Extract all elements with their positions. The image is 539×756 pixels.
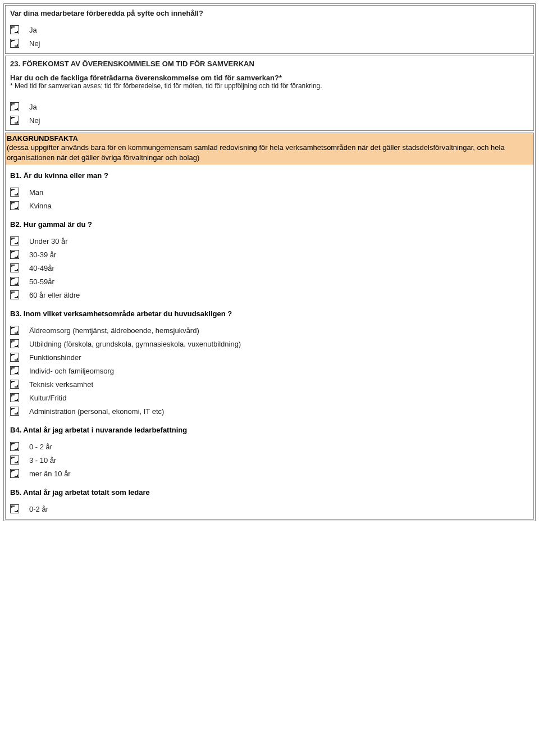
option-label: Administration (personal, ekonomi, IT et… xyxy=(29,407,164,416)
radio-icon xyxy=(10,277,19,286)
radio-icon xyxy=(10,326,19,335)
question-prepared: Var dina medarbetare förberedda på syfte… xyxy=(5,5,534,54)
option-ja[interactable]: Ja xyxy=(10,102,529,111)
question-23: 23. FÖREKOMST AV ÖVERENSKOMMELSE OM TID … xyxy=(5,56,534,131)
bakgrund-desc: (dessa uppgifter används bara för en kom… xyxy=(7,143,532,162)
option-3-10[interactable]: 3 - 10 år xyxy=(10,456,529,464)
option-mer-10[interactable]: mer än 10 år xyxy=(10,469,529,478)
option-40-49[interactable]: 40-49år xyxy=(10,263,529,272)
option-label: Under 30 år xyxy=(29,237,68,245)
radio-icon xyxy=(10,366,19,375)
option-kvinna[interactable]: Kvinna xyxy=(10,201,529,210)
option-label: Teknisk verksamhet xyxy=(29,380,93,389)
b5-options: 0-2 år xyxy=(10,504,529,513)
radio-icon xyxy=(10,442,19,451)
option-man[interactable]: Man xyxy=(10,188,529,197)
option-label: Individ- och familjeomsorg xyxy=(29,367,114,375)
option-funktionshinder[interactable]: Funktionshinder xyxy=(10,353,529,362)
radio-icon xyxy=(10,188,19,197)
option-0-2[interactable]: 0 - 2 år xyxy=(10,442,529,451)
option-ja[interactable]: Ja xyxy=(10,25,529,34)
question-text: Har du och de fackliga företrädarna över… xyxy=(10,74,529,82)
radio-icon xyxy=(10,290,19,299)
b1-question: B1. Är du kvinna eller man ? xyxy=(10,171,529,180)
option-nej[interactable]: Nej xyxy=(10,116,529,125)
option-label: Utbildning (förskola, grundskola, gymnas… xyxy=(29,340,241,348)
option-label: 0 - 2 år xyxy=(29,443,52,451)
option-label: Kultur/Fritid xyxy=(29,394,66,402)
option-label: Man xyxy=(29,188,43,197)
option-label: Ja xyxy=(29,26,37,34)
b1-options: Man Kvinna xyxy=(10,188,529,210)
radio-icon xyxy=(10,116,19,125)
option-label: Äldreomsorg (hemtjänst, äldreboende, hem… xyxy=(29,326,199,335)
bakgrundsfakta-section: BAKGRUNDSFAKTA (dessa uppgifter används … xyxy=(5,133,534,520)
option-label: 30-39 år xyxy=(29,251,56,259)
radio-icon xyxy=(10,353,19,362)
option-label: mer än 10 år xyxy=(29,470,71,478)
option-aldreomsorg[interactable]: Äldreomsorg (hemtjänst, äldreboende, hem… xyxy=(10,326,529,335)
radio-icon xyxy=(10,263,19,272)
b5-question: B5. Antal år jag arbetat totalt som leda… xyxy=(10,488,529,497)
radio-icon xyxy=(10,236,19,245)
option-administration[interactable]: Administration (personal, ekonomi, IT et… xyxy=(10,407,529,416)
option-under30[interactable]: Under 30 år xyxy=(10,236,529,245)
b3-options: Äldreomsorg (hemtjänst, äldreboende, hem… xyxy=(10,326,529,416)
option-label: 0-2 år xyxy=(29,505,48,513)
option-label: 3 - 10 år xyxy=(29,456,56,464)
question-text: Var dina medarbetare förberedda på syfte… xyxy=(10,9,529,17)
option-label: 50-59år xyxy=(29,277,54,286)
option-30-39[interactable]: 30-39 år xyxy=(10,250,529,259)
b4-options: 0 - 2 år 3 - 10 år mer än 10 år xyxy=(10,442,529,478)
option-0-2-total[interactable]: 0-2 år xyxy=(10,504,529,513)
option-label: 60 år eller äldre xyxy=(29,291,80,299)
form-container: Var dina medarbetare förberedda på syfte… xyxy=(3,3,536,521)
radio-icon xyxy=(10,504,19,513)
option-50-59[interactable]: 50-59år xyxy=(10,277,529,286)
radio-icon xyxy=(10,201,19,210)
options-group: Ja Nej xyxy=(10,102,529,125)
question-note: * Med tid för samverkan avses; tid för f… xyxy=(10,82,529,90)
radio-icon xyxy=(10,456,19,464)
radio-icon xyxy=(10,380,19,389)
option-label: Ja xyxy=(29,103,37,111)
option-label: Kvinna xyxy=(29,202,52,210)
radio-icon xyxy=(10,39,19,48)
b3-question: B3. Inom vilket verksamhetsområde arbeta… xyxy=(10,309,529,318)
radio-icon xyxy=(10,250,19,259)
option-label: Nej xyxy=(29,39,40,48)
radio-icon xyxy=(10,393,19,402)
radio-icon xyxy=(10,339,19,348)
option-label: Nej xyxy=(29,116,40,125)
radio-icon xyxy=(10,469,19,478)
b2-question: B2. Hur gammal är du ? xyxy=(10,220,529,229)
radio-icon xyxy=(10,102,19,111)
option-60plus[interactable]: 60 år eller äldre xyxy=(10,290,529,299)
b4-question: B4. Antal år jag arbetat i nuvarande led… xyxy=(10,426,529,434)
option-label: Funktionshinder xyxy=(29,353,81,362)
bakgrund-title: BAKGRUNDSFAKTA xyxy=(7,134,532,143)
option-kultur-fritid[interactable]: Kultur/Fritid xyxy=(10,393,529,402)
option-label: 40-49år xyxy=(29,264,54,272)
question-heading: 23. FÖREKOMST AV ÖVERENSKOMMELSE OM TID … xyxy=(10,60,529,68)
option-individ-familj[interactable]: Individ- och familjeomsorg xyxy=(10,366,529,375)
option-teknisk[interactable]: Teknisk verksamhet xyxy=(10,380,529,389)
option-nej[interactable]: Nej xyxy=(10,39,529,48)
radio-icon xyxy=(10,407,19,416)
option-utbildning[interactable]: Utbildning (förskola, grundskola, gymnas… xyxy=(10,339,529,348)
radio-icon xyxy=(10,25,19,34)
options-group: Ja Nej xyxy=(10,25,529,48)
b2-options: Under 30 år 30-39 år 40-49år 50-59år 60 … xyxy=(10,236,529,299)
bakgrund-banner: BAKGRUNDSFAKTA (dessa uppgifter används … xyxy=(6,133,533,165)
